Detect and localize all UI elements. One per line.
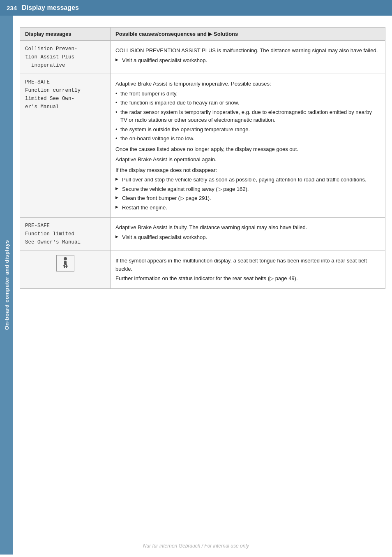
col1-header: Display messages [20,28,111,41]
mid-paragraph: Adaptive Brake Assist is operational aga… [115,155,380,164]
right-paragraph: COLLISION PREVENTION ASSIST PLUS is malf… [115,46,380,55]
main-layout: On-board computer and displays Display m… [0,16,392,555]
mid-paragraph: Once the causes listed above no longer a… [115,145,380,153]
arrow-list: Visit a qualified specialist workshop. [115,56,380,65]
list-item: Secure the vehicle against rolling away … [115,185,380,193]
list-item: Visit a qualified specialist workshop. [115,56,380,65]
left-cell [20,251,111,289]
list-item: Visit a qualified specialist workshop. [115,233,380,241]
col2-header: Possible causes/consequences and ▶ Solut… [111,28,385,41]
arrow-list: Visit a qualified specialist workshop. [115,233,380,241]
right-cell: Adaptive Brake Assist is temporarily ino… [111,74,385,218]
right-paragraph: If the symbol appears in the multifuncti… [115,257,380,273]
right-paragraph: Adaptive Brake Assist is faulty. The dis… [115,223,380,232]
bullet-list: the front bumper is dirty.the function i… [115,90,380,143]
table-row: Collision Preven- tion Assist Plus inope… [20,41,385,74]
list-item: the system is outside the operating temp… [115,125,380,134]
list-item: Pull over and stop the vehicle safely as… [115,176,380,184]
svg-rect-2 [64,265,65,268]
page-number: 234 [7,5,17,12]
list-item: the function is impaired due to heavy ra… [115,99,380,107]
page-header: 234 Display messages [0,0,392,16]
table-row: PRE-SAFE Function currently limited See … [20,74,385,218]
seatbelt-svg [59,257,71,270]
right-cell: If the symbol appears in the multifuncti… [111,251,385,289]
seatbelt-icon-container [25,255,105,272]
left-cell: Collision Preven- tion Assist Plus inope… [20,41,111,74]
footer-text: Nur für internen Gebrauch / For internal… [143,543,249,549]
arrow-list: Pull over and stop the vehicle safely as… [115,176,380,211]
display-message-text: PRE-SAFE Function currently limited See … [25,78,105,111]
sidebar-label: On-board computer and displays [0,16,13,555]
table-row: PRE-SAFE Function limited See Owner's Ma… [20,218,385,251]
mid-paragraph: If the display message does not disappea… [115,166,380,174]
page-title: Display messages [22,4,79,12]
left-cell: PRE-SAFE Function currently limited See … [20,74,111,218]
list-item: the radar sensor system is temporarily i… [115,108,380,124]
main-table: Display messages Possible causes/consequ… [20,27,385,289]
display-message-text: PRE-SAFE Function limited See Owner's Ma… [25,222,105,246]
left-cell: PRE-SAFE Function limited See Owner's Ma… [20,218,111,251]
content-area: Display messages Possible causes/consequ… [13,16,392,555]
list-item: the on-board voltage is too low. [115,135,380,143]
page-footer: Nur für internen Gebrauch / For internal… [0,543,392,549]
svg-point-0 [64,257,67,260]
right-paragraph: Adaptive Brake Assist is temporarily ino… [115,80,380,88]
list-item: Clean the front bumper (▷ page 291). [115,194,380,202]
table-row: If the symbol appears in the multifuncti… [20,251,385,289]
seatbelt-icon [56,255,74,272]
list-item: the front bumper is dirty. [115,90,380,98]
right-cell: Adaptive Brake Assist is faulty. The dis… [111,218,385,251]
right-paragraph: Further information on the status indica… [115,274,380,283]
right-cell: COLLISION PREVENTION ASSIST PLUS is malf… [111,41,385,74]
list-item: Restart the engine. [115,204,380,212]
display-message-text: Collision Preven- tion Assist Plus inope… [25,45,105,70]
